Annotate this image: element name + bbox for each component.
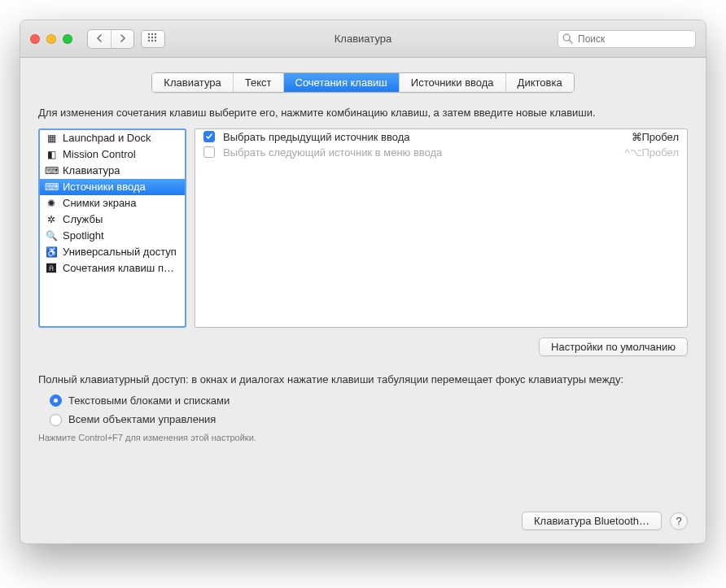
svg-point-7 bbox=[148, 40, 150, 41]
chevron-right-icon bbox=[120, 33, 126, 45]
fka-description: Полный клавиатурный доступ: в окнах и ди… bbox=[38, 372, 688, 387]
sidebar-item-label: Источники ввода bbox=[63, 181, 146, 193]
instruction-text: Для изменения сочетания клавиш выберите … bbox=[38, 106, 688, 120]
sidebar-item-3[interactable]: ⌨Источники ввода bbox=[40, 179, 185, 195]
sidebar-item-7[interactable]: ♿Универсальный доступ bbox=[40, 244, 185, 260]
preferences-window: Клавиатура КлавиатураТекстСочетания клав… bbox=[20, 20, 706, 544]
help-button[interactable]: ? bbox=[670, 512, 688, 530]
sidebar-item-label: Сочетания клавиш пр… bbox=[63, 262, 180, 274]
minimize-window-button[interactable] bbox=[46, 34, 56, 44]
panels: ▦Launchpad и Dock◧Mission Control⌨Клавиа… bbox=[38, 128, 688, 328]
svg-point-2 bbox=[155, 33, 156, 35]
svg-point-9 bbox=[155, 40, 156, 41]
tab-3[interactable]: Источники ввода bbox=[400, 73, 506, 92]
mission-control-icon: ◧ bbox=[45, 148, 58, 161]
close-window-button[interactable] bbox=[30, 34, 40, 44]
radio-label: Всеми объектами управления bbox=[68, 412, 216, 427]
sidebar-item-8[interactable]: 🅰Сочетания клавиш пр… bbox=[40, 260, 185, 277]
svg-point-1 bbox=[151, 33, 153, 35]
services-icon: ✲ bbox=[45, 213, 58, 226]
screenshots-icon: ✺ bbox=[45, 197, 58, 210]
traffic-lights bbox=[30, 34, 72, 44]
search-input[interactable] bbox=[558, 30, 696, 48]
content: КлавиатураТекстСочетания клавишИсточники… bbox=[20, 58, 706, 543]
svg-point-0 bbox=[148, 33, 150, 35]
restore-row: Настройки по умолчанию bbox=[38, 338, 688, 356]
back-button[interactable] bbox=[88, 30, 111, 48]
tabs: КлавиатураТекстСочетания клавишИсточники… bbox=[151, 72, 574, 93]
sidebar-item-2[interactable]: ⌨Клавиатура bbox=[40, 163, 185, 179]
restore-defaults-button[interactable]: Настройки по умолчанию bbox=[539, 338, 688, 356]
svg-line-11 bbox=[569, 40, 572, 43]
footer: Клавиатура Bluetooth… ? bbox=[38, 512, 688, 530]
tab-0[interactable]: Клавиатура bbox=[152, 73, 233, 92]
radio-indicator bbox=[50, 394, 62, 407]
tab-1[interactable]: Текст bbox=[234, 73, 284, 92]
keyboard-icon: ⌨ bbox=[45, 164, 58, 177]
radio-label: Текстовыми блоками и списками bbox=[68, 394, 230, 408]
full-keyboard-access-section: Полный клавиатурный доступ: в окнах и ди… bbox=[38, 372, 688, 445]
shortcut-keys[interactable]: ⌘Пробел bbox=[632, 131, 680, 143]
shortcut-row-0[interactable]: Выбрать предыдущий источник ввода⌘Пробел bbox=[195, 129, 687, 145]
input-sources-icon: ⌨ bbox=[45, 181, 58, 194]
sidebar-item-6[interactable]: 🔍Spotlight bbox=[40, 228, 185, 244]
shortcut-label: Выбрать предыдущий источник ввода bbox=[223, 131, 623, 143]
sidebar-item-label: Mission Control bbox=[63, 148, 136, 160]
tab-2[interactable]: Сочетания клавиш bbox=[284, 73, 400, 92]
sidebar-item-label: Снимки экрана bbox=[63, 197, 137, 209]
sidebar-item-0[interactable]: ▦Launchpad и Dock bbox=[40, 130, 185, 146]
nav-buttons bbox=[87, 29, 134, 49]
bluetooth-keyboard-button[interactable]: Клавиатура Bluetooth… bbox=[522, 512, 662, 530]
svg-point-5 bbox=[151, 37, 153, 38]
sidebar-item-4[interactable]: ✺Снимки экрана bbox=[40, 195, 185, 211]
shortcut-keys[interactable]: ^⌥Пробел bbox=[624, 146, 679, 159]
sidebar-item-label: Spotlight bbox=[63, 229, 104, 242]
titlebar: Клавиатура bbox=[20, 20, 706, 58]
chevron-left-icon bbox=[96, 33, 103, 45]
svg-point-4 bbox=[148, 37, 150, 38]
zoom-window-button[interactable] bbox=[63, 34, 72, 44]
tab-4[interactable]: Диктовка bbox=[506, 73, 574, 92]
radio-indicator bbox=[50, 414, 62, 426]
forward-button[interactable] bbox=[111, 30, 133, 48]
svg-point-6 bbox=[155, 37, 156, 38]
show-all-preferences-button[interactable] bbox=[141, 30, 165, 48]
shortcut-label: Выбрать следующий источник в меню ввода bbox=[223, 146, 616, 159]
shortcut-list[interactable]: Выбрать предыдущий источник ввода⌘Пробел… bbox=[195, 128, 688, 328]
fka-radio-1[interactable]: Всеми объектами управления bbox=[50, 412, 688, 427]
category-sidebar[interactable]: ▦Launchpad и Dock◧Mission Control⌨Клавиа… bbox=[38, 128, 186, 328]
sidebar-item-1[interactable]: ◧Mission Control bbox=[40, 146, 185, 163]
spotlight-icon: 🔍 bbox=[45, 229, 58, 242]
grid-icon bbox=[147, 33, 159, 45]
search-field-container bbox=[558, 30, 696, 48]
shortcut-checkbox[interactable] bbox=[203, 131, 215, 142]
svg-point-8 bbox=[151, 40, 153, 41]
fka-radio-group: Текстовыми блоками и спискамиВсеми объек… bbox=[50, 394, 688, 427]
shortcut-row-1[interactable]: Выбрать следующий источник в меню ввода^… bbox=[195, 145, 687, 160]
sidebar-item-5[interactable]: ✲Службы bbox=[40, 211, 185, 228]
app-shortcuts-icon: 🅰 bbox=[45, 262, 58, 275]
shortcut-checkbox[interactable] bbox=[203, 146, 215, 158]
accessibility-icon: ♿ bbox=[45, 246, 58, 259]
sidebar-item-label: Клавиатура bbox=[63, 164, 120, 176]
fka-hint: Нажмите Control+F7 для изменения этой на… bbox=[38, 432, 688, 444]
launchpad-icon: ▦ bbox=[45, 132, 58, 145]
sidebar-item-label: Универсальный доступ bbox=[63, 246, 177, 258]
sidebar-item-label: Launchpad и Dock bbox=[63, 132, 151, 144]
fka-radio-0[interactable]: Текстовыми блоками и списками bbox=[50, 394, 688, 408]
sidebar-item-label: Службы bbox=[63, 213, 103, 225]
